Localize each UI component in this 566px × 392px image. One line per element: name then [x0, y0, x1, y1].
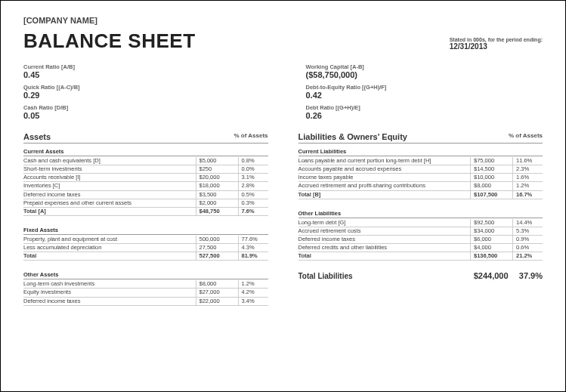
row-value: $8,000	[196, 280, 238, 288]
row-label: Inventories [C]	[23, 182, 196, 190]
sub-title: Current Liabilities	[298, 148, 543, 156]
table-row: Deferred credits and other liabilities$4…	[298, 244, 543, 252]
row-pct: 0.3%	[238, 199, 268, 207]
table-row: Accounts receivable [I]$20,0003.1%	[23, 174, 268, 182]
table-row: Cash and cash equivalents [D]$5,0000.8%	[23, 157, 268, 165]
row-value: $107,500	[470, 191, 512, 199]
row-label: Income taxes payable	[298, 174, 471, 181]
assets-groups: Current AssetsCash and cash equivalents …	[23, 148, 268, 306]
liabilities-heading: Liabilities & Owners' Equity	[298, 132, 407, 141]
table-row: Accounts payable and accrued expenses$14…	[298, 165, 543, 174]
row-label: Accounts receivable [I]	[23, 174, 196, 181]
row-label: Deferred credits and other liabilities	[298, 244, 471, 252]
table-row: Inventories [C]$18,0002.8%	[23, 182, 268, 190]
period-value: 12/31/2013	[450, 42, 543, 51]
row-label: Equity investments	[23, 289, 196, 296]
sub-block: Other LiabilitiesLong-term debt [G]$92,5…	[298, 210, 543, 261]
row-label: Cash and cash equivalents [D]	[23, 157, 196, 165]
table-row: Loans payable and current portion long-t…	[298, 157, 543, 165]
sub-block: Fixed AssetsProperty, plant and equipmen…	[23, 227, 268, 261]
ratio-item: Cash Ratio [D/B]0.05	[23, 104, 261, 120]
row-label: Deferred income taxes	[23, 191, 196, 199]
row-pct: 4.3%	[238, 244, 268, 252]
row-value: 27,500	[196, 244, 238, 252]
ratio-label: Cash Ratio [D/B]	[23, 104, 261, 111]
row-pct: 77.6%	[238, 236, 268, 243]
ratios-section: Current Ratio [A/B]0.45Quick Ratio [(A-C…	[23, 63, 543, 125]
liabilities-header: Liabilities & Owners' Equity % of Assets	[298, 132, 543, 144]
ratios-right: Working Capital [A-B]($58,750,000)Debt-t…	[306, 63, 543, 125]
ratio-item: Current Ratio [A/B]0.45	[23, 63, 261, 79]
table-row: Accrued retirement costs$34,0005.3%	[298, 227, 543, 236]
period-block: Stated in 000s, for the period ending: 1…	[450, 37, 543, 51]
row-pct: 0.8%	[238, 157, 268, 165]
row-label: Long-term debt [G]	[298, 219, 471, 227]
ratio-item: Debt Ratio [(G+H)/E]0.26	[306, 104, 543, 120]
row-label: Total	[298, 252, 471, 260]
table-row: Long-term debt [G]$92,50014.4%	[298, 219, 543, 227]
row-pct: 0.5%	[238, 191, 268, 199]
total-liabilities-label: Total Liabilities	[298, 272, 353, 280]
sub-title: Other Liabilities	[298, 210, 543, 218]
table-row: Total [B]$107,50016.7%	[298, 191, 543, 199]
row-pct: 16.7%	[512, 191, 543, 199]
ratio-value: 0.26	[306, 111, 543, 120]
row-value: $4,000	[470, 244, 512, 252]
table-row: Total527,50081.9%	[23, 252, 268, 261]
row-pct: 5.3%	[512, 227, 543, 235]
ratio-value: 0.45	[23, 70, 261, 79]
row-value: $92,500	[470, 219, 512, 227]
row-pct: 11.6%	[512, 157, 543, 165]
row-value: $250	[196, 165, 238, 173]
total-liabilities-pct: 37.9%	[519, 271, 543, 280]
table-row: Deferred income taxes$3,5000.5%	[23, 191, 268, 199]
ratio-value: 0.05	[23, 111, 261, 120]
row-value: $18,000	[196, 182, 238, 190]
row-pct: 14.4%	[512, 219, 543, 227]
sub-title: Other Assets	[23, 271, 268, 279]
row-pct: 1.2%	[512, 182, 543, 190]
table-row: Prepaid expenses and other current asset…	[23, 199, 268, 208]
ratio-value: ($58,750,000)	[306, 70, 543, 79]
row-label: Accounts payable and accrued expenses	[298, 165, 471, 173]
table-row: Total$136,50021.2%	[298, 252, 543, 261]
row-label: Property, plant and equipment at cost	[23, 236, 196, 243]
row-pct: 3.1%	[238, 174, 268, 181]
assets-pct-header: % of Assets	[234, 132, 268, 141]
header: [COMPANY NAME] BALANCE SHEET Stated in 0…	[23, 16, 543, 53]
row-label: Loans payable and current portion long-t…	[298, 157, 471, 165]
row-pct: 2.3%	[512, 165, 543, 173]
table-row: Deferred income taxes$6,0000.9%	[298, 236, 543, 244]
row-pct: 21.2%	[512, 252, 543, 260]
row-value: $34,000	[470, 227, 512, 235]
ratio-item: Quick Ratio [(A-C)/B]0.29	[23, 84, 261, 100]
ratios-left: Current Ratio [A/B]0.45Quick Ratio [(A-C…	[23, 63, 261, 125]
assets-heading: Assets	[23, 132, 51, 141]
row-pct: 7.6%	[238, 208, 268, 215]
table-row: Total [A]$48,7507.6%	[23, 208, 268, 216]
row-pct: 2.8%	[238, 182, 268, 190]
assets-column: Assets % of Assets Current AssetsCash an…	[23, 132, 268, 316]
row-label: Total [A]	[23, 208, 196, 215]
row-value: 527,500	[196, 252, 238, 260]
ratio-label: Debt Ratio [(G+H)/E]	[306, 104, 543, 111]
row-value: $14,500	[470, 165, 512, 173]
row-value: 500,000	[196, 236, 238, 243]
row-label: Short-term investments	[23, 165, 196, 173]
table-row: Deferred income taxes$22,0003.4%	[23, 298, 268, 306]
ratio-value: 0.29	[23, 91, 261, 100]
row-value: $5,000	[196, 157, 238, 165]
header-left: [COMPANY NAME] BALANCE SHEET	[23, 16, 196, 53]
row-label: Total [B]	[298, 191, 471, 199]
assets-header: Assets % of Assets	[23, 132, 268, 144]
period-label: Stated in 000s, for the period ending:	[450, 37, 543, 42]
row-label: Deferred income taxes	[23, 298, 196, 305]
row-label: Less accumulated depreciation	[23, 244, 196, 252]
total-liabilities-value: $244,000	[474, 271, 509, 280]
row-value: $22,000	[196, 298, 238, 305]
row-label: Long-term cash investments	[23, 280, 196, 288]
row-label: Total	[23, 252, 196, 260]
total-liabilities-row: Total Liabilities $244,000 37.9%	[298, 271, 543, 280]
table-row: Less accumulated depreciation27,5004.3%	[23, 244, 268, 252]
table-row: Long-term cash investments$8,0001.2%	[23, 280, 268, 289]
